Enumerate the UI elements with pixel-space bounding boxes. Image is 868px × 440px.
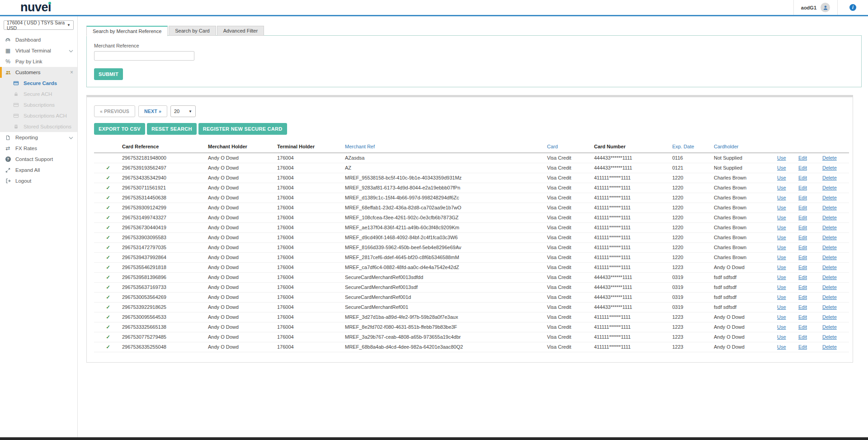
delete-link[interactable]: Delete — [822, 274, 837, 280]
cell-card: Visa Credit — [547, 213, 594, 222]
delete-link[interactable]: Delete — [822, 314, 837, 320]
check-icon: ✓ — [106, 195, 110, 200]
delete-link[interactable]: Delete — [822, 265, 837, 270]
delete-link[interactable]: Delete — [822, 334, 837, 340]
delete-link[interactable]: Delete — [822, 185, 837, 190]
submit-button[interactable]: SUBMIT — [94, 68, 123, 80]
edit-link[interactable]: Edit — [798, 155, 807, 161]
use-link[interactable]: Use — [777, 225, 786, 230]
edit-link[interactable]: Edit — [798, 205, 807, 210]
delete-link[interactable]: Delete — [822, 294, 837, 300]
column-cardholder[interactable]: Cardholder — [714, 141, 777, 153]
edit-link[interactable]: Edit — [798, 215, 807, 220]
cell-exp-date: 1220 — [672, 222, 714, 232]
use-link[interactable]: Use — [777, 235, 786, 240]
search-tabs: Search by Merchant Reference Search by C… — [86, 26, 868, 36]
tab-search-by-merchant-reference[interactable]: Search by Merchant Reference — [86, 26, 168, 36]
use-link[interactable]: Use — [777, 294, 786, 300]
edit-link[interactable]: Edit — [798, 255, 807, 260]
delete-link[interactable]: Delete — [822, 215, 837, 220]
delete-link[interactable]: Delete — [822, 165, 837, 170]
edit-link[interactable]: Edit — [798, 165, 807, 170]
edit-link[interactable]: Edit — [798, 195, 807, 200]
export-to-csv-button[interactable]: EXPORT TO CSV — [94, 123, 145, 135]
delete-link[interactable]: Delete — [822, 235, 837, 240]
cell-use: Use — [777, 232, 798, 242]
edit-link[interactable]: Edit — [798, 304, 807, 310]
edit-link[interactable]: Edit — [798, 284, 807, 290]
edit-link[interactable]: Edit — [798, 324, 807, 330]
delete-link[interactable]: Delete — [822, 284, 837, 290]
cell-card-reference: 2967534335342940 — [122, 173, 208, 183]
edit-link[interactable]: Edit — [798, 314, 807, 320]
delete-link[interactable]: Delete — [822, 175, 837, 180]
sidebar-item-logout[interactable]: Logout — [0, 175, 77, 186]
user-menu[interactable]: aodG1 — [794, 0, 837, 15]
edit-link[interactable]: Edit — [798, 274, 807, 280]
use-link[interactable]: Use — [777, 284, 786, 290]
tab-advanced-filter[interactable]: Advanced Filter — [217, 26, 264, 36]
use-link[interactable]: Use — [777, 274, 786, 280]
edit-link[interactable]: Edit — [798, 185, 807, 190]
previous-page-button[interactable]: « PREVIOUS — [94, 105, 135, 117]
delete-link[interactable]: Delete — [822, 195, 837, 200]
info-button[interactable]: i — [838, 0, 868, 15]
use-link[interactable]: Use — [777, 165, 786, 170]
sidebar-item-label: Stored Subscriptions — [24, 124, 71, 129]
use-link[interactable]: Use — [777, 205, 786, 210]
use-link[interactable]: Use — [777, 195, 786, 200]
edit-link[interactable]: Edit — [798, 245, 807, 250]
sidebar-item-virtual-terminal[interactable]: ▦ Virtual Terminal — [0, 45, 77, 56]
delete-link[interactable]: Delete — [822, 324, 837, 330]
edit-link[interactable]: Edit — [798, 265, 807, 270]
cell-terminal-holder: 176004 — [277, 272, 345, 282]
use-link[interactable]: Use — [777, 175, 786, 180]
sidebar-item-customers[interactable]: Customers × — [0, 67, 77, 78]
edit-link[interactable]: Edit — [798, 344, 807, 350]
use-link[interactable]: Use — [777, 324, 786, 330]
use-link[interactable]: Use — [777, 344, 786, 350]
sidebar-item-pay-by-link[interactable]: % Pay by Link — [0, 56, 77, 67]
edit-link[interactable]: Edit — [798, 225, 807, 230]
sidebar-item-expand-all[interactable]: Expand All — [0, 165, 77, 175]
merchant-reference-input[interactable] — [94, 51, 194, 61]
page-size-select[interactable]: 20 ▼ — [170, 105, 196, 117]
sidebar-item-contact-support[interactable]: ? Contact Support — [0, 154, 77, 165]
delete-link[interactable]: Delete — [822, 245, 837, 250]
sidebar-item-secure-cards[interactable]: Secure Cards — [0, 78, 77, 89]
use-link[interactable]: Use — [777, 245, 786, 250]
account-selector[interactable]: 176004 ( USD ) TSYS Sara USD ▼ — [4, 20, 74, 30]
delete-link[interactable]: Delete — [822, 344, 837, 350]
close-icon[interactable]: × — [70, 69, 73, 76]
delete-link[interactable]: Delete — [822, 255, 837, 260]
edit-link[interactable]: Edit — [798, 294, 807, 300]
register-new-secure-card-button[interactable]: REGISTER NEW SECURE CARD — [198, 123, 287, 135]
use-link[interactable]: Use — [777, 334, 786, 340]
column-card[interactable]: Card — [547, 141, 594, 153]
use-link[interactable]: Use — [777, 155, 786, 161]
next-page-button[interactable]: NEXT » — [138, 105, 167, 117]
delete-link[interactable]: Delete — [822, 304, 837, 310]
cell-merchant-ref: SecureCardMerchantRef001 — [345, 302, 547, 312]
reset-search-button[interactable]: RESET SEARCH — [147, 123, 197, 135]
use-link[interactable]: Use — [777, 304, 786, 310]
delete-link[interactable]: Delete — [822, 205, 837, 210]
use-link[interactable]: Use — [777, 255, 786, 260]
column-exp-date[interactable]: Exp. Date — [672, 141, 714, 153]
use-link[interactable]: Use — [777, 215, 786, 220]
sidebar-item-fx-rates[interactable]: ⇄ FX Rates — [0, 143, 77, 154]
column-merchant-ref[interactable]: Merchant Ref — [345, 141, 547, 153]
edit-link[interactable]: Edit — [798, 175, 807, 180]
tab-search-by-card[interactable]: Search by Card — [169, 26, 216, 36]
use-link[interactable]: Use — [777, 185, 786, 190]
delete-link[interactable]: Delete — [822, 155, 837, 161]
cell-card-reference: 2967533903095583 — [122, 232, 208, 242]
cell-merchant-holder: Andy O Dowd — [208, 213, 277, 222]
use-link[interactable]: Use — [777, 265, 786, 270]
use-link[interactable]: Use — [777, 314, 786, 320]
edit-link[interactable]: Edit — [798, 334, 807, 340]
edit-link[interactable]: Edit — [798, 235, 807, 240]
delete-link[interactable]: Delete — [822, 225, 837, 230]
sidebar-item-reporting[interactable]: Reporting — [0, 132, 77, 143]
sidebar-item-dashboard[interactable]: Dashboard — [0, 34, 77, 45]
